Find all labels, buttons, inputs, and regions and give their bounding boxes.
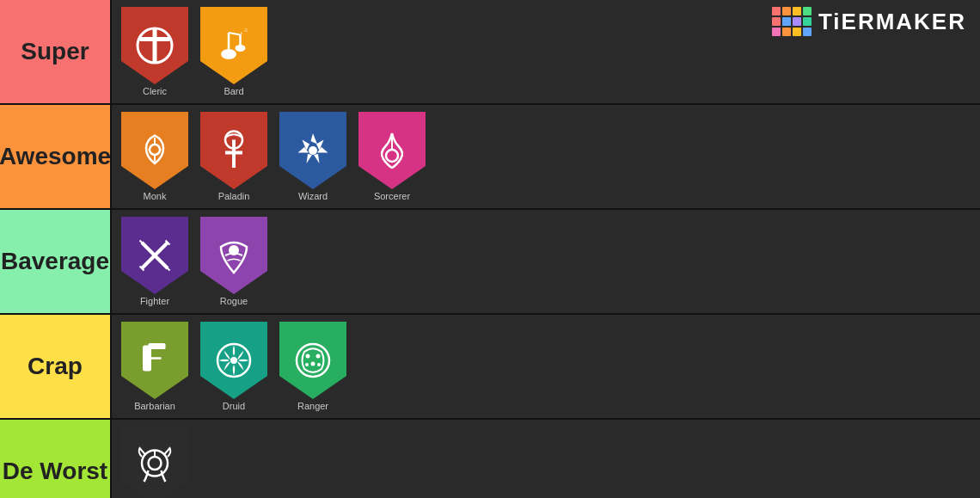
logo-cell	[793, 28, 801, 36]
svg-text:♪: ♪	[239, 29, 243, 38]
tier-items-crap: Barbarian Druid Ranger	[110, 315, 980, 418]
svg-point-39	[230, 357, 237, 364]
tier-items-deworst: Warlock	[110, 420, 980, 498]
tier-label-deworst: De Worst	[0, 420, 110, 498]
logo-cell	[803, 17, 812, 26]
item-label-barbarian: Barbarian	[134, 401, 175, 411]
badge-fighter	[121, 217, 188, 294]
item-label-bard: Bard	[224, 86, 243, 96]
tiermaker-logo: TiERMAKER	[772, 7, 966, 36]
svg-marker-18	[311, 133, 318, 144]
tier-label-baverage: Baverage	[0, 210, 110, 313]
svg-text:♫: ♫	[243, 27, 248, 33]
svg-line-5	[229, 33, 241, 35]
logo-cell	[793, 17, 801, 26]
logo-cell	[782, 28, 791, 36]
svg-rect-36	[149, 343, 166, 349]
svg-point-25	[309, 146, 317, 155]
svg-point-41	[306, 354, 310, 359]
svg-marker-21	[314, 154, 320, 163]
svg-point-45	[317, 363, 321, 366]
item-label-rogue: Rogue	[220, 296, 248, 306]
badge-ranger	[279, 322, 346, 399]
tier-label-awesome: Awesome	[0, 105, 110, 208]
badge-wizard	[279, 112, 346, 189]
item-label-monk: Monk	[144, 191, 167, 201]
tier-label-super: Super	[0, 0, 110, 103]
list-item[interactable]: Sorcerer	[354, 112, 430, 201]
logo-text: TiERMAKER	[818, 9, 966, 35]
logo-cell	[793, 7, 801, 15]
badge-warlock	[121, 427, 188, 498]
svg-point-43	[311, 362, 315, 366]
badge-paladin	[200, 112, 267, 189]
list-item[interactable]: Barbarian	[117, 322, 193, 411]
logo-cell	[772, 17, 781, 26]
list-item[interactable]: Druid	[196, 322, 272, 411]
list-item[interactable]: Rogue	[196, 217, 272, 306]
svg-point-10	[150, 144, 160, 155]
badge-barbarian	[121, 322, 188, 399]
item-label-wizard: Wizard	[298, 191, 328, 201]
tier-items-awesome: Monk Paladin Wizard Sorcerer	[110, 105, 980, 208]
badge-cleric	[121, 7, 188, 84]
item-label-cleric: Cleric	[143, 86, 167, 96]
list-item[interactable]: Paladin	[196, 112, 272, 201]
badge-rogue	[200, 217, 267, 294]
logo-cell	[803, 28, 812, 36]
logo-cell	[782, 7, 791, 15]
tier-row-baverage: Baverage Fighter Rogue	[0, 210, 980, 315]
logo-grid	[772, 7, 812, 36]
tier-items-baverage: Fighter Rogue	[110, 210, 980, 313]
item-label-sorcerer: Sorcerer	[374, 191, 410, 201]
svg-marker-22	[307, 154, 313, 163]
tier-label-crap: Crap	[0, 315, 110, 418]
item-label-paladin: Paladin	[218, 191, 250, 201]
logo-cell	[772, 28, 781, 36]
logo-cell	[782, 17, 791, 26]
item-label-fighter: Fighter	[140, 296, 169, 306]
tier-list: Super Cleric ♪ ♫ BardAwesome Monk Paladi…	[0, 0, 980, 498]
badge-monk	[121, 112, 188, 189]
tier-row-deworst: De Worst Warlock	[0, 420, 980, 498]
list-item[interactable]: ♪ ♫ Bard	[196, 7, 272, 96]
list-item[interactable]: Monk	[117, 112, 193, 201]
item-label-ranger: Ranger	[297, 401, 328, 411]
svg-point-3	[221, 49, 236, 59]
tier-row-crap: Crap Barbarian Druid Ranger	[0, 315, 980, 420]
tier-row-awesome: Awesome Monk Paladin Wizard Sorcerer	[0, 105, 980, 210]
badge-sorcerer	[358, 112, 426, 189]
item-label-druid: Druid	[223, 401, 245, 411]
badge-bard: ♪ ♫	[200, 7, 267, 84]
svg-point-42	[316, 354, 321, 359]
logo-cell	[803, 7, 812, 15]
list-item[interactable]: Ranger	[275, 322, 351, 411]
list-item[interactable]: Wizard	[275, 112, 351, 201]
svg-point-47	[149, 457, 162, 470]
list-item[interactable]: Fighter	[117, 217, 193, 306]
svg-point-7	[236, 45, 246, 52]
list-item[interactable]: Warlock	[117, 427, 193, 498]
svg-point-26	[386, 150, 398, 162]
svg-point-44	[305, 363, 309, 366]
badge-druid	[200, 322, 267, 399]
list-item[interactable]: Cleric	[117, 7, 193, 96]
logo-cell	[772, 7, 781, 15]
